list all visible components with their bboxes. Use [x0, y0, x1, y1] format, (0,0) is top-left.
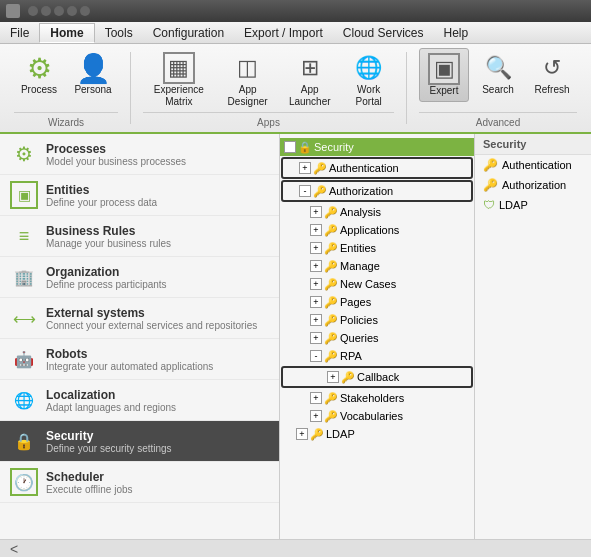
- left-item-processes[interactable]: ⚙ Processes Model your business processe…: [0, 134, 279, 175]
- process-icon: ⚙: [23, 52, 55, 84]
- tree-item-rpa[interactable]: - 🔑 RPA: [280, 347, 474, 365]
- entities-tree-label: Entities: [340, 242, 376, 254]
- left-item-security[interactable]: 🔒 Security Define your security settings: [0, 421, 279, 462]
- processes-subtitle: Model your business processes: [46, 156, 186, 167]
- expand-stakeholders[interactable]: +: [310, 392, 322, 404]
- tree-item-authorization[interactable]: - 🔑 Authorization: [281, 180, 473, 202]
- expand-callback[interactable]: +: [327, 371, 339, 383]
- analysis-tree-icon: 🔑: [324, 205, 338, 219]
- experience-matrix-icon: ▦: [163, 52, 195, 84]
- manage-tree-icon: 🔑: [324, 259, 338, 273]
- right-ldap-label: LDAP: [499, 199, 528, 211]
- process-button[interactable]: ⚙ Process: [14, 48, 64, 100]
- refresh-button[interactable]: ↺ Refresh: [527, 48, 577, 100]
- tree-item-applications[interactable]: + 🔑 Applications: [280, 221, 474, 239]
- tree-item-callback[interactable]: + 🔑 Callback: [281, 366, 473, 388]
- left-item-localization[interactable]: 🌐 Localization Adapt languages and regio…: [0, 380, 279, 421]
- security-title: Security: [46, 429, 172, 443]
- right-panel: Security 🔑 Authentication 🔑 Authorizatio…: [475, 134, 591, 539]
- tree-item-new-cases[interactable]: + 🔑 New Cases: [280, 275, 474, 293]
- work-portal-button[interactable]: 🌐 Work Portal: [343, 48, 394, 112]
- expand-applications[interactable]: +: [310, 224, 322, 236]
- persona-icon: 👤: [77, 52, 109, 84]
- tree-item-ldap[interactable]: + 🔑 LDAP: [280, 425, 474, 443]
- left-item-organization[interactable]: 🏢 Organization Define process participan…: [0, 257, 279, 298]
- dot3[interactable]: [54, 6, 64, 16]
- right-authz-icon: 🔑: [483, 178, 498, 192]
- work-portal-icon: 🌐: [353, 52, 385, 84]
- expand-analysis[interactable]: +: [310, 206, 322, 218]
- policies-label: Policies: [340, 314, 378, 326]
- dot2[interactable]: [41, 6, 51, 16]
- back-arrow[interactable]: <: [10, 541, 18, 557]
- localization-icon: 🌐: [10, 386, 38, 414]
- app-launcher-label: App Launcher: [286, 84, 333, 108]
- scheduler-title: Scheduler: [46, 470, 133, 484]
- tree-item-stakeholders[interactable]: + 🔑 Stakeholders: [280, 389, 474, 407]
- left-item-robots[interactable]: 🤖 Robots Integrate your automated applic…: [0, 339, 279, 380]
- expand-queries[interactable]: +: [310, 332, 322, 344]
- expand-security[interactable]: -: [284, 141, 296, 153]
- tree-item-authentication[interactable]: + 🔑 Authentication: [281, 157, 473, 179]
- menu-help[interactable]: Help: [434, 24, 479, 42]
- expand-authentication[interactable]: +: [299, 162, 311, 174]
- expand-entities[interactable]: +: [310, 242, 322, 254]
- menu-export-import[interactable]: Export / Import: [234, 24, 333, 42]
- menu-configuration[interactable]: Configuration: [143, 24, 234, 42]
- right-auth-icon: 🔑: [483, 158, 498, 172]
- expand-rpa[interactable]: -: [310, 350, 322, 362]
- tree-item-security[interactable]: - 🔒 Security: [280, 138, 474, 156]
- entities-title: Entities: [46, 183, 157, 197]
- menu-tools[interactable]: Tools: [95, 24, 143, 42]
- expert-icon: ▣: [428, 53, 460, 85]
- entities-tree-icon: 🔑: [324, 241, 338, 255]
- bottom-bar: <: [0, 539, 591, 557]
- expand-manage[interactable]: +: [310, 260, 322, 272]
- robots-subtitle: Integrate your automated applications: [46, 361, 213, 372]
- experience-matrix-button[interactable]: ▦ Experience Matrix: [143, 48, 215, 112]
- right-item-authentication[interactable]: 🔑 Authentication: [475, 155, 591, 175]
- expand-vocabularies[interactable]: +: [310, 410, 322, 422]
- persona-button[interactable]: 👤 Persona: [68, 48, 118, 100]
- dot5[interactable]: [80, 6, 90, 16]
- sep1: [130, 52, 131, 124]
- left-item-entities[interactable]: ▣ Entities Define your process data: [0, 175, 279, 216]
- expand-pages[interactable]: +: [310, 296, 322, 308]
- external-systems-icon: ⟷: [10, 304, 38, 332]
- persona-label: Persona: [74, 84, 111, 96]
- tree-item-analysis[interactable]: + 🔑 Analysis: [280, 203, 474, 221]
- analysis-label: Analysis: [340, 206, 381, 218]
- expand-new-cases[interactable]: +: [310, 278, 322, 290]
- tree-item-manage[interactable]: + 🔑 Manage: [280, 257, 474, 275]
- authorization-label: Authorization: [329, 185, 393, 197]
- menu-cloud-services[interactable]: Cloud Services: [333, 24, 434, 42]
- tree-item-vocabularies[interactable]: + 🔑 Vocabularies: [280, 407, 474, 425]
- dot4[interactable]: [67, 6, 77, 16]
- menu-home[interactable]: Home: [39, 23, 94, 43]
- apps-buttons: ▦ Experience Matrix ◫ App Designer ⊞ App…: [143, 48, 394, 112]
- queries-tree-icon: 🔑: [324, 331, 338, 345]
- expert-button[interactable]: ▣ Expert: [419, 48, 469, 102]
- expand-policies[interactable]: +: [310, 314, 322, 326]
- right-authz-label: Authorization: [502, 179, 566, 191]
- left-item-external-systems[interactable]: ⟷ External systems Connect your external…: [0, 298, 279, 339]
- tree-item-policies[interactable]: + 🔑 Policies: [280, 311, 474, 329]
- menu-file[interactable]: File: [0, 24, 39, 42]
- right-panel-title: Security: [475, 134, 591, 155]
- app-designer-button[interactable]: ◫ App Designer: [219, 48, 276, 112]
- dot1[interactable]: [28, 6, 38, 16]
- expand-ldap[interactable]: +: [296, 428, 308, 440]
- rpa-tree-icon: 🔑: [324, 349, 338, 363]
- left-item-scheduler[interactable]: 🕐 Scheduler Execute offline jobs: [0, 462, 279, 503]
- search-button[interactable]: 🔍 Search: [473, 48, 523, 100]
- tree-item-pages[interactable]: + 🔑 Pages: [280, 293, 474, 311]
- tree-item-entities[interactable]: + 🔑 Entities: [280, 239, 474, 257]
- app-launcher-button[interactable]: ⊞ App Launcher: [280, 48, 339, 112]
- left-item-business-rules[interactable]: ≡ Business Rules Manage your business ru…: [0, 216, 279, 257]
- right-item-ldap[interactable]: 🛡 LDAP: [475, 195, 591, 215]
- expand-authorization[interactable]: -: [299, 185, 311, 197]
- applications-tree-icon: 🔑: [324, 223, 338, 237]
- apps-group-label: Apps: [143, 112, 394, 128]
- right-item-authorization[interactable]: 🔑 Authorization: [475, 175, 591, 195]
- tree-item-queries[interactable]: + 🔑 Queries: [280, 329, 474, 347]
